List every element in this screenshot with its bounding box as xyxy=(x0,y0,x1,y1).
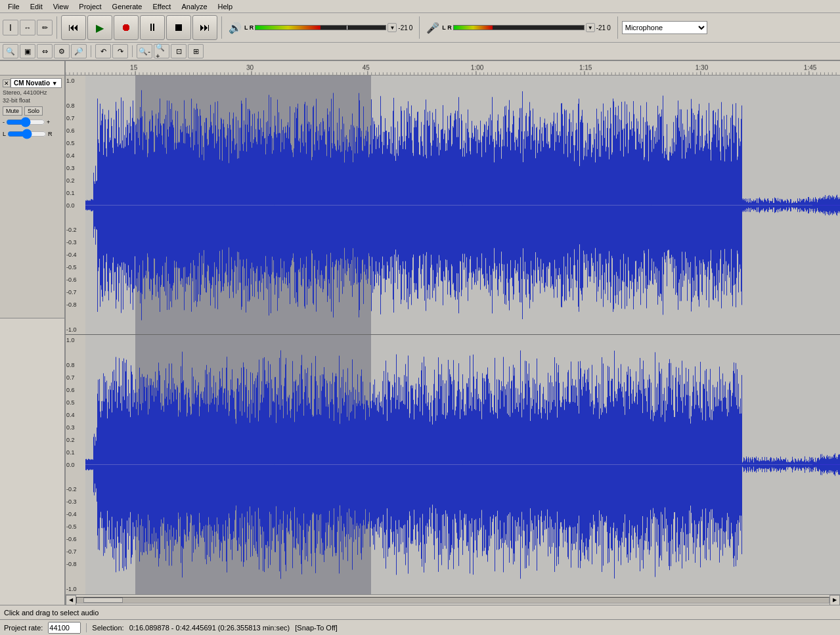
menu-help[interactable]: Help xyxy=(213,1,238,12)
input-db-left: -21 xyxy=(596,24,606,32)
transport-pause[interactable]: ⏸ xyxy=(140,15,165,40)
transport-forward[interactable]: ⏭ xyxy=(192,15,217,40)
input-meter: 🎤 L R ▼ -21 0 xyxy=(424,20,613,35)
output-meter-dropdown[interactable]: ▼ xyxy=(387,23,397,32)
input-level-bar xyxy=(453,25,585,30)
menu-generate[interactable]: Generate xyxy=(107,1,148,12)
transport-record[interactable]: ⏺ xyxy=(114,15,139,40)
selection-label: Selection: xyxy=(92,624,123,632)
input-lr-label: L R xyxy=(442,24,451,31)
pan-left-label: L xyxy=(3,131,6,137)
menu-analyze[interactable]: Analyze xyxy=(176,1,212,12)
menu-project[interactable]: Project xyxy=(74,1,106,12)
track-name-row: ✕ CM Novatio ▼ xyxy=(3,78,62,88)
gain-min-label: - xyxy=(3,119,5,125)
menu-view[interactable]: View xyxy=(48,1,74,12)
output-db-left: -21 xyxy=(398,24,407,32)
status-divider-1 xyxy=(86,623,87,632)
tool-time-select[interactable]: ⇔ xyxy=(37,44,53,58)
track-info-2: 32-bit float xyxy=(3,97,62,104)
output-level-bar xyxy=(255,25,386,30)
pan-slider[interactable] xyxy=(7,129,47,139)
tool-redo[interactable]: ↷ xyxy=(112,44,128,58)
tool-ibeam[interactable]: I xyxy=(3,20,18,35)
mute-button[interactable]: Mute xyxy=(3,106,22,116)
status-bar: Click and drag to select audio xyxy=(0,605,840,619)
project-rate-input[interactable] xyxy=(48,622,81,634)
tool-zoom-in[interactable]: 🔍 xyxy=(3,44,18,58)
input-db-right: 0 xyxy=(607,24,611,32)
timeline-area: ◀ ▶ xyxy=(66,61,840,605)
menu-edit[interactable]: Edit xyxy=(25,1,48,12)
pan-row: L R xyxy=(3,129,62,139)
selection-value: 0:16.089878 - 0:42.445691 (0:26.355813 m… xyxy=(129,624,290,632)
tool-zoom-out[interactable]: 🔍- xyxy=(137,44,152,58)
transport-play[interactable]: ▶ xyxy=(87,15,112,40)
track-info-1: Stereo, 44100Hz xyxy=(3,89,62,96)
horizontal-scrollbar[interactable]: ◀ ▶ xyxy=(66,594,840,605)
menu-bar: File Edit View Project Generate Effect A… xyxy=(0,0,840,13)
track-controls: Mute Solo xyxy=(3,106,62,116)
microphone-icon: 🎤 xyxy=(426,22,439,34)
microphone-selector[interactable]: Microphone Line In Stereo Mix xyxy=(622,21,707,34)
status-hint: Click and drag to select audio xyxy=(4,609,99,617)
track-name: CM Novatio ▼ xyxy=(11,78,62,88)
tool-zoom-fit[interactable]: ⊡ xyxy=(171,44,187,58)
input-meter-dropdown[interactable]: ▼ xyxy=(586,23,595,32)
tool-undo[interactable]: ↶ xyxy=(95,44,111,58)
track-panel: ✕ CM Novatio ▼ Stereo, 44100Hz 32-bit fl… xyxy=(0,61,66,605)
waveform-area[interactable] xyxy=(66,76,840,594)
microphone-select[interactable]: Microphone Line In Stereo Mix xyxy=(622,21,707,34)
output-meter: 🔊 L R ▼ -21 0 xyxy=(226,20,415,35)
tool-zoom[interactable]: 🔎 xyxy=(71,44,87,58)
output-db-right: 0 xyxy=(409,24,413,32)
gain-slider[interactable] xyxy=(6,117,45,127)
snap-status: [Snap-To Off] xyxy=(295,624,338,632)
transport-stop[interactable]: ⏹ xyxy=(166,15,191,40)
main-content: ✕ CM Novatio ▼ Stereo, 44100Hz 32-bit fl… xyxy=(0,61,840,605)
toolbar-row-1: I ↔ ✏ ⏮ ▶ ⏺ ⏸ ⏹ ⏭ 🔊 L R xyxy=(0,13,840,43)
track-close-btn[interactable]: ✕ xyxy=(3,79,11,87)
gain-max-label: + xyxy=(47,119,50,125)
bottom-bar: Project rate: Selection: 0:16.089878 - 0… xyxy=(0,619,840,635)
scroll-track[interactable] xyxy=(76,597,829,603)
tool-clip-select[interactable]: ▣ xyxy=(20,44,35,58)
tool-multi[interactable]: ⚙ xyxy=(54,44,70,58)
toolbar-row-2: 🔍 ▣ ⇔ ⚙ 🔎 ↶ ↷ 🔍- 🔍+ ⊡ ⊞ xyxy=(0,43,840,60)
ruler-canvas xyxy=(66,61,840,75)
menu-file[interactable]: File xyxy=(3,1,25,12)
volume-icon: 🔊 xyxy=(229,22,242,34)
output-lr-label: L R xyxy=(244,24,254,31)
track-panel-ruler-spacer xyxy=(0,61,64,76)
scroll-thumb[interactable] xyxy=(83,598,123,603)
tool-zoom-sel[interactable]: ⊞ xyxy=(188,44,204,58)
track-header: ✕ CM Novatio ▼ Stereo, 44100Hz 32-bit fl… xyxy=(0,76,64,318)
scroll-right-arrow[interactable]: ▶ xyxy=(829,595,840,605)
pan-right-label: R xyxy=(48,131,53,137)
toolbar-area: I ↔ ✏ ⏮ ▶ ⏺ ⏸ ⏹ ⏭ 🔊 L R xyxy=(0,13,840,61)
waveform-canvas[interactable] xyxy=(66,76,840,594)
project-rate-label: Project rate: xyxy=(4,624,43,632)
menu-effect[interactable]: Effect xyxy=(147,1,176,12)
tool-draw[interactable]: ✏ xyxy=(37,20,53,35)
transport-rewind[interactable]: ⏮ xyxy=(61,15,86,40)
tool-zoom-in2[interactable]: 🔍+ xyxy=(154,44,169,58)
tool-select[interactable]: ↔ xyxy=(20,20,35,35)
time-ruler xyxy=(66,61,840,76)
scroll-left-arrow[interactable]: ◀ xyxy=(66,595,76,605)
gain-row: - + xyxy=(3,117,62,127)
solo-button[interactable]: Solo xyxy=(24,106,43,116)
